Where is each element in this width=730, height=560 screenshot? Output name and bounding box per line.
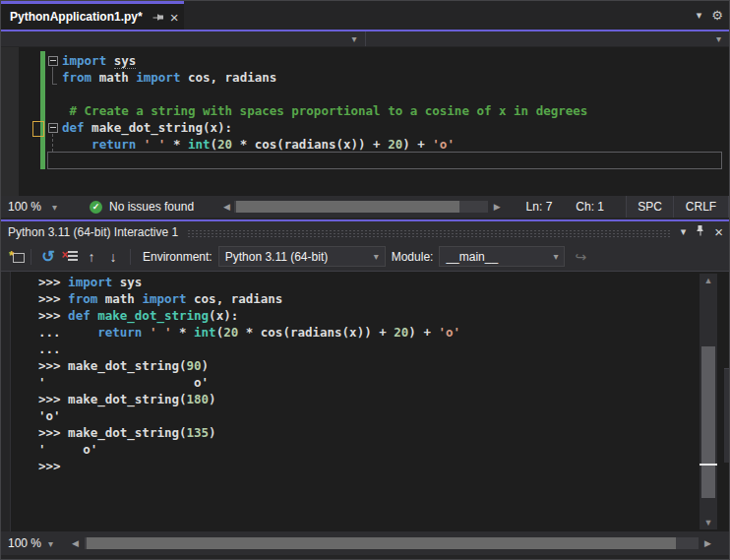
interactive-window-title: Python 3.11 (64-bit) Interactive 1	[8, 225, 178, 239]
interactive-toolbar: * ↺ × ↑ ↓ Environment: Python 3.11 (64-b…	[1, 242, 729, 272]
toolbar-separator	[130, 249, 131, 265]
editor-zoom-value: 100 %	[8, 200, 41, 214]
environment-label: Environment:	[143, 250, 213, 264]
window-bottom-edge	[1, 555, 729, 559]
history-previous-icon[interactable]: ↑	[81, 246, 102, 268]
module-label: Module:	[392, 250, 434, 264]
chevron-down-icon: ▾	[52, 202, 57, 213]
history-next-icon[interactable]: ↓	[102, 246, 124, 268]
interactive-repl[interactable]: >>> import sys>>> from math import cos, …	[1, 272, 729, 531]
clear-x-glyph: ×	[62, 248, 69, 262]
environment-settings-icon[interactable]: *	[9, 250, 25, 264]
scroll-down-icon[interactable]: ▼	[700, 518, 717, 528]
code-line: >>> make_dot_string(180)	[38, 391, 729, 407]
code-line: 'o'	[38, 407, 729, 424]
titlebar-drag-grip[interactable]	[187, 229, 672, 238]
redo-icon[interactable]: ↪	[575, 249, 586, 265]
navbar-members-dropdown[interactable]: ▾	[365, 31, 730, 46]
pin-icon[interactable]	[150, 13, 164, 22]
clear-lines-glyph	[68, 251, 78, 261]
vs-window: PythonApplication1.py* × ▾ ⚙ ▾ ▾ import …	[0, 0, 730, 560]
repl-zoom-select[interactable]: 100 % ▾	[1, 531, 60, 555]
environment-box-glyph	[13, 253, 25, 263]
collapse-region-icon[interactable]	[48, 56, 58, 66]
module-value: __main__	[446, 250, 545, 264]
repl-transcript: >>> import sys>>> from math import cos, …	[1, 272, 729, 474]
chevron-down-icon: ▾	[48, 538, 53, 549]
code-line: >>>	[38, 458, 729, 474]
scrollbar-thumb[interactable]	[87, 537, 676, 549]
code-line: >>> def make_dot_string(x):	[38, 307, 729, 324]
module-select[interactable]: __main__ ▾	[439, 246, 565, 267]
window-position-chevron-icon[interactable]: ▾	[681, 225, 687, 238]
code-line: >>> make_dot_string(90)	[38, 357, 729, 374]
check-circle-icon: ✓	[90, 201, 102, 214]
close-icon[interactable]: ×	[714, 224, 723, 239]
code-line	[62, 153, 729, 169]
code-line: ...	[38, 341, 729, 357]
editor-status-bar: 100 % ▾ ✓ No issues found ◀ ▶ Ln: 7 Ch: …	[1, 196, 729, 218]
chevron-down-icon: ▾	[374, 251, 379, 262]
pin-icon[interactable]	[696, 224, 704, 239]
code-line: # Create a string with spaces proportion…	[62, 102, 729, 119]
issues-indicator[interactable]: ✓ No issues found	[90, 200, 194, 214]
scroll-right-icon[interactable]: ▶	[700, 538, 715, 548]
code-line: return ' ' * int(20 * cos(radians(x)) + …	[62, 136, 729, 153]
tab-row-spacer	[184, 1, 697, 30]
code-line: ' o'	[38, 374, 729, 391]
line-indicator: Ln: 7	[526, 200, 553, 214]
repl-zoom-value: 100 %	[8, 536, 41, 550]
window-list-chevron-icon[interactable]: ▾	[697, 9, 702, 22]
document-tab[interactable]: PythonApplication1.py* ×	[1, 1, 184, 30]
editor-zoom-select[interactable]: 100 % ▾	[1, 196, 64, 218]
code-line: def make_dot_string(x):	[62, 119, 729, 136]
repl-horizontal-scrollbar[interactable]	[85, 537, 699, 549]
environment-select[interactable]: Python 3.11 (64-bit) ▾	[218, 246, 386, 267]
issues-text: No issues found	[109, 200, 194, 214]
environment-value: Python 3.11 (64-bit)	[225, 250, 366, 264]
code-line: >>> from math import cos, radians	[38, 290, 729, 307]
interactive-window-titlebar[interactable]: Python 3.11 (64-bit) Interactive 1 ▾ ×	[1, 221, 729, 242]
code-line: import sys	[62, 52, 729, 69]
scrollbar-thumb[interactable]	[236, 201, 459, 213]
code-line: >>> import sys	[38, 274, 729, 290]
navbar-types-dropdown[interactable]: ▾	[1, 31, 365, 46]
column-indicator: Ch: 1	[576, 200, 604, 214]
chevron-down-icon: ▾	[553, 251, 558, 262]
chevron-down-icon: ▾	[351, 33, 356, 44]
reset-repl-icon[interactable]: ↺	[37, 246, 59, 268]
gear-icon[interactable]: ⚙	[711, 8, 723, 23]
editor-code: import sysfrom math import cos, radians …	[1, 47, 729, 169]
scroll-right-icon[interactable]: ▶	[490, 202, 505, 212]
scroll-left-icon[interactable]: ◀	[68, 538, 83, 548]
navigation-bar: ▾ ▾	[1, 31, 729, 47]
collapse-region-icon[interactable]	[48, 123, 58, 133]
code-line: >>> make_dot_string(135)	[38, 424, 729, 441]
scroll-left-icon[interactable]: ◀	[219, 202, 234, 212]
editor-horizontal-scrollbar[interactable]	[234, 201, 488, 213]
code-line: from math import cos, radians	[62, 69, 729, 86]
code-line	[62, 86, 729, 102]
chevron-down-icon: ▾	[716, 33, 721, 44]
spaces-indicator[interactable]: SPC	[626, 196, 673, 218]
document-tab-title: PythonApplication1.py*	[10, 10, 143, 24]
close-icon[interactable]: ×	[170, 10, 179, 25]
code-editor[interactable]: import sysfrom math import cos, radians …	[1, 47, 729, 196]
clear-screen-icon[interactable]: ×	[59, 246, 81, 268]
environment-spark-glyph: *	[9, 248, 14, 263]
code-line: ... return ' ' * int(20 * cos(radians(x)…	[38, 324, 729, 341]
code-line: ' o'	[38, 441, 729, 458]
repl-status-bar: 100 % ▾ ◀ ▶	[1, 531, 729, 555]
toolbar-separator	[30, 249, 31, 265]
line-ending-indicator[interactable]: CRLF	[673, 196, 729, 218]
document-tab-row: PythonApplication1.py* × ▾ ⚙	[1, 1, 729, 30]
clear-screen-glyph: ×	[63, 250, 78, 263]
